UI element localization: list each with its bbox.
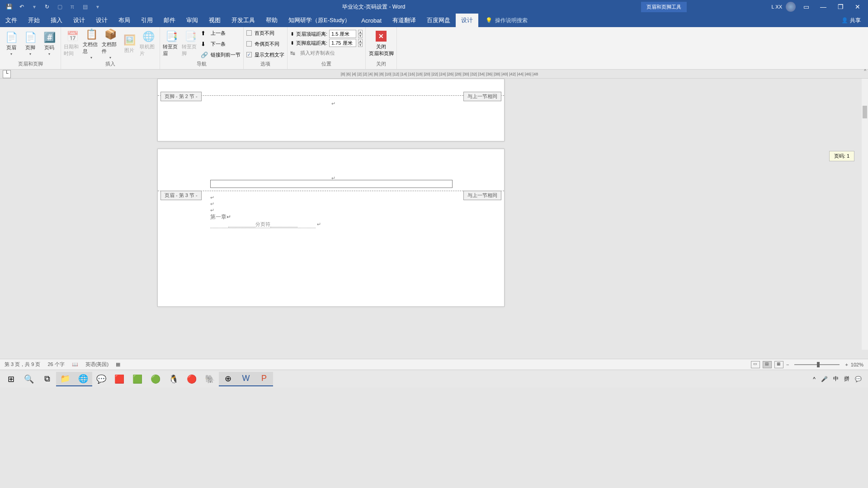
task-view-button[interactable]: ⧉ — [38, 372, 56, 386]
diff-first-checkbox[interactable]: 首页不同 — [246, 28, 284, 38]
qq-icon[interactable]: 🐧 — [165, 372, 183, 386]
action-center-icon[interactable]: 💬 — [855, 376, 862, 382]
user-name[interactable]: L XX — [772, 4, 782, 9]
ime-indicator[interactable]: 中 — [833, 375, 839, 383]
tab-design2[interactable]: 设计 — [90, 14, 113, 27]
page-prev[interactable]: 页脚 - 第 2 节 - 与上一节相同 ↵ — [157, 79, 505, 141]
qat-btn-4[interactable]: ▢ — [55, 2, 64, 11]
horizontal-ruler[interactable]: |8| |6| |4| |2| |2| |4| |6| |8| |10| |12… — [11, 72, 868, 76]
chrome-icon[interactable]: 🔴 — [183, 372, 201, 386]
header-button[interactable]: 📄页眉▾ — [3, 28, 20, 60]
tab-baidu[interactable]: 百度网盘 — [421, 14, 456, 27]
datetime-button[interactable]: 📅日期和时间 — [64, 28, 81, 60]
vertical-scrollbar[interactable] — [862, 79, 868, 350]
tab-insert[interactable]: 插入 — [45, 14, 68, 27]
spin-up[interactable]: ▲ — [358, 39, 363, 43]
save-icon[interactable]: 💾 — [5, 2, 14, 11]
avatar[interactable] — [786, 2, 796, 12]
evernote-icon[interactable]: 🐘 — [201, 372, 219, 386]
app-icon-1[interactable]: 🟢 — [146, 372, 165, 386]
close-icon[interactable]: ✕ — [851, 0, 864, 14]
link-previous-button[interactable]: 🔗链接到前一节 — [201, 50, 241, 60]
show-doc-text-checkbox[interactable]: ✓显示文档文字 — [246, 50, 284, 60]
header-distance-input[interactable] — [329, 30, 356, 38]
contextual-tab: 页眉和页脚工具 — [641, 2, 687, 12]
minimize-icon[interactable]: — — [816, 0, 830, 14]
tab-youdao[interactable]: 有道翻译 — [387, 14, 421, 27]
tab-icon: ↹ — [290, 50, 297, 56]
zoom-slider[interactable] — [794, 364, 840, 365]
intellij-icon[interactable]: 🟥 — [110, 372, 128, 386]
tell-me-search[interactable]: 💡 操作说明搜索 — [478, 17, 535, 24]
tab-references[interactable]: 引用 — [136, 14, 158, 27]
insert-align-tab-button[interactable]: ↹插入对齐制表位 — [290, 48, 363, 58]
share-button[interactable]: 👤 共享 — [834, 17, 868, 24]
search-button[interactable]: 🔍 — [20, 372, 38, 386]
tab-review[interactable]: 审阅 — [181, 14, 203, 27]
word-icon[interactable]: W — [237, 372, 255, 386]
tab-mailings[interactable]: 邮件 — [158, 14, 181, 27]
quickparts-button[interactable]: 📦文档部件▾ — [102, 28, 119, 60]
docinfo-button[interactable]: 📋文档信息▾ — [83, 28, 100, 60]
page-number-button[interactable]: #️⃣页码▾ — [41, 28, 58, 60]
tab-help[interactable]: 帮助 — [260, 14, 283, 27]
pycharm-icon[interactable]: 🟩 — [128, 372, 146, 386]
collapse-ribbon-icon[interactable]: ^ — [864, 69, 866, 74]
tab-file[interactable]: 文件 — [0, 14, 23, 27]
undo-icon[interactable]: ↶ — [17, 2, 26, 11]
print-layout-icon[interactable]: ▤ — [763, 361, 772, 368]
header-distance-label: 页眉顶端距离: — [296, 31, 327, 38]
next-section-button[interactable]: ⬇下一条 — [201, 39, 241, 49]
tab-home[interactable]: 开始 — [23, 14, 45, 27]
edge-icon[interactable]: 🌐 — [74, 372, 92, 386]
footer-button[interactable]: 📄页脚▾ — [22, 28, 39, 60]
wechat-icon[interactable]: 💬 — [92, 372, 110, 386]
web-layout-icon[interactable]: ▦ — [774, 361, 783, 368]
explorer-icon[interactable]: 📁 — [56, 372, 74, 386]
mic-icon[interactable]: 🎤 — [821, 376, 828, 382]
tab-layout[interactable]: 布局 — [113, 14, 136, 27]
tab-design1[interactable]: 设计 — [68, 14, 90, 27]
read-mode-icon[interactable]: ▭ — [751, 361, 760, 368]
ribbon-display-icon[interactable]: ▭ — [799, 0, 813, 14]
spin-up[interactable]: ▲ — [358, 30, 363, 34]
tab-view[interactable]: 视图 — [203, 14, 226, 27]
start-button[interactable]: ⊞ — [2, 372, 20, 386]
spin-down[interactable]: ▼ — [358, 34, 363, 38]
spin-down[interactable]: ▼ — [358, 43, 363, 47]
status-words[interactable]: 26 个字 — [47, 361, 64, 368]
tab-hf-design[interactable]: 设计 — [456, 14, 478, 27]
undo-dd-icon[interactable]: ▾ — [30, 2, 39, 11]
previous-section-button[interactable]: ⬆上一条 — [201, 28, 241, 38]
restore-icon[interactable]: ❐ — [834, 0, 847, 14]
powerpoint-icon[interactable]: P — [255, 372, 273, 386]
redo-icon[interactable]: ↻ — [42, 2, 52, 11]
zoom-level[interactable]: 102% — [851, 362, 863, 367]
status-page[interactable]: 第 3 页，共 9 页 — [5, 361, 40, 368]
tab-developer[interactable]: 开发工具 — [226, 14, 260, 27]
page-current[interactable]: ↵ 页眉 - 第 3 节 - 与上一节相同 ↵ ↵ ↵ 第一章↵ 分页符 ↵ — [157, 149, 505, 307]
macro-icon[interactable]: ▦ — [116, 361, 120, 367]
tray-expand-icon[interactable]: ^ — [813, 376, 816, 382]
zoom-in-icon[interactable]: + — [845, 362, 848, 367]
group-label-nav: 导航 — [163, 60, 241, 68]
para-mark: ↵ — [331, 101, 335, 107]
diff-odd-even-checkbox[interactable]: 奇偶页不同 — [246, 39, 284, 49]
tab-acrobat[interactable]: Acrobat — [356, 14, 387, 27]
goto-header-button[interactable]: 📑转至页眉 — [163, 28, 180, 60]
footer-distance-input[interactable] — [329, 39, 356, 47]
qat-btn-6[interactable]: ▤ — [80, 2, 90, 11]
keyboard-indicator[interactable]: 拼 — [844, 375, 849, 383]
spell-check-icon[interactable]: 📖 — [72, 361, 78, 367]
qat-btn-5[interactable]: π — [68, 2, 77, 11]
tab-estudy[interactable]: 知网研学（原E-Study） — [283, 14, 356, 27]
scroll-thumb[interactable] — [863, 106, 867, 118]
zoom-handle[interactable] — [817, 362, 820, 367]
up-icon: ⬆ — [201, 30, 208, 37]
status-language[interactable]: 英语(美国) — [85, 361, 108, 368]
qat-customize[interactable]: ▾ — [93, 2, 102, 11]
tab-selector[interactable]: └ — [3, 70, 11, 78]
zoom-out-icon[interactable]: − — [786, 362, 789, 367]
close-hf-button[interactable]: ✕ 关闭 页眉和页脚 — [368, 28, 394, 60]
app-icon-2[interactable]: ⊕ — [219, 372, 237, 386]
